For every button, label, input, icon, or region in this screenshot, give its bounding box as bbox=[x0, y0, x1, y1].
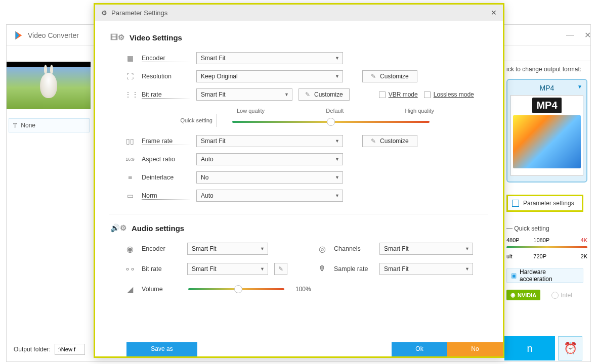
pencil-icon: ✎ bbox=[371, 138, 376, 145]
nvidia-eye-icon: ◉ bbox=[510, 292, 516, 298]
audio-settings-header: 🔊⚙ Audio settings bbox=[110, 223, 488, 233]
norm-icon: ▭ bbox=[124, 192, 136, 200]
hardware-acceleration-row[interactable]: ▣ Hardware acceleration bbox=[506, 268, 583, 283]
audio-encoder-row: ◉ Encoder Smart Fit bbox=[124, 240, 317, 258]
quick-setting-slider[interactable] bbox=[506, 246, 587, 248]
subtitle-none-row[interactable]: T None bbox=[9, 118, 90, 132]
schedule-button[interactable]: ⏰ bbox=[558, 336, 582, 360]
dialog-title: Parameter Settings bbox=[111, 9, 167, 17]
framerate-row: ▯▯ Frame rate Smart Fit ✎Customize bbox=[124, 132, 488, 150]
resolution-icon: ⛶ bbox=[124, 72, 136, 80]
app-title: Video Converter bbox=[28, 31, 79, 39]
aspect-icon: 16:9 bbox=[124, 157, 136, 162]
audio-encoder-select[interactable]: Smart Fit bbox=[187, 243, 268, 255]
aspect-select[interactable]: Auto bbox=[196, 153, 343, 165]
resolution-select[interactable]: Keep Original bbox=[196, 70, 343, 82]
samplerate-label: Sample rate bbox=[334, 265, 373, 272]
resolution-customize-button[interactable]: ✎Customize bbox=[362, 70, 417, 82]
aspect-row: 16:9 Aspect ratio Auto bbox=[124, 150, 488, 168]
nvidia-badge: ◉NVIDIA bbox=[506, 290, 540, 300]
resolution-row: ⛶ Resolution Keep Original ✎Customize bbox=[124, 67, 488, 85]
framerate-icon: ▯▯ bbox=[124, 137, 136, 145]
audio-bitrate-edit-button[interactable]: ✎ bbox=[274, 263, 287, 275]
video-settings-header: 🎞⚙ Video Settings bbox=[110, 33, 488, 42]
text-cursor-icon: T bbox=[13, 122, 17, 129]
volume-slider[interactable] bbox=[188, 288, 284, 290]
format-image bbox=[513, 115, 581, 168]
slider-thumb[interactable] bbox=[327, 118, 335, 126]
encoder-icon: ▦ bbox=[124, 54, 136, 62]
encoder-row: ▦ Encoder Smart Fit bbox=[124, 49, 488, 67]
quick-setting-label: — Quick setting bbox=[506, 225, 583, 232]
minimize-button[interactable]: — bbox=[566, 30, 574, 40]
no-button[interactable]: No bbox=[447, 342, 503, 356]
slider-thumb[interactable] bbox=[234, 285, 242, 293]
chevron-down-icon: ▼ bbox=[577, 84, 582, 89]
norm-select[interactable]: Auto bbox=[196, 190, 343, 202]
output-format-card[interactable]: MP4 ▼ MP4 bbox=[506, 79, 587, 183]
bitrate-row: ⋮⋮ Bit rate Smart Fit ✎Customize VBR mod… bbox=[124, 85, 488, 104]
intel-badge: Intel bbox=[551, 292, 572, 299]
audio-bitrate-select[interactable]: Smart Fit bbox=[187, 263, 268, 275]
quick-setting-row2: ult 720P 2K bbox=[506, 253, 587, 259]
format-title: MP4 bbox=[510, 83, 583, 95]
lossless-checkbox[interactable]: Lossless mode bbox=[424, 91, 474, 98]
speaker-gear-icon: 🔊⚙ bbox=[110, 223, 126, 233]
volume-label: Volume bbox=[142, 286, 181, 293]
dialog-footer: Save as Ok No bbox=[95, 342, 503, 356]
aspect-label: Aspect ratio bbox=[142, 156, 190, 163]
ok-button[interactable]: Ok bbox=[392, 342, 447, 356]
bitrate-customize-button[interactable]: ✎Customize bbox=[298, 88, 350, 101]
encoder-label: Encoder bbox=[142, 55, 190, 62]
quality-slider[interactable] bbox=[232, 121, 430, 123]
dialog-close-button[interactable]: ✕ bbox=[491, 9, 497, 17]
mp4-badge: MP4 bbox=[532, 98, 561, 113]
framerate-label: Frame rate bbox=[142, 138, 190, 145]
volume-icon: ◢ bbox=[124, 285, 136, 294]
encoder-select[interactable]: Smart Fit bbox=[196, 52, 343, 64]
parameter-settings-label: Parameter settings bbox=[523, 200, 574, 207]
film-gear-icon: 🎞⚙ bbox=[110, 33, 124, 42]
output-folder-label: Output folder: bbox=[14, 346, 51, 353]
channels-icon: ◎ bbox=[317, 244, 328, 254]
channels-label: Channels bbox=[334, 245, 373, 252]
parameter-settings-link[interactable]: Parameter settings bbox=[506, 195, 583, 212]
norm-row: ▭ Norm Auto bbox=[124, 187, 488, 205]
bitrate-select[interactable]: Smart Fit bbox=[196, 88, 292, 101]
bitrate-quick-setting: Low quality Default High quality Quick s… bbox=[171, 104, 488, 129]
samplerate-select[interactable]: Smart Fit bbox=[379, 263, 473, 275]
format-preview: MP4 bbox=[510, 95, 583, 176]
close-button[interactable]: ✕ bbox=[584, 30, 591, 40]
vbr-checkbox[interactable]: VBR mode bbox=[379, 91, 418, 98]
bitrate-label: Bit rate bbox=[142, 91, 190, 99]
deinterlace-label: Deinterlace bbox=[142, 174, 190, 181]
chip-icon: ▣ bbox=[511, 272, 517, 279]
none-label: None bbox=[21, 122, 35, 129]
bitrate-icon: ⋮⋮ bbox=[124, 90, 136, 99]
mic-icon: 🎙 bbox=[317, 264, 328, 274]
pencil-icon: ✎ bbox=[278, 265, 283, 272]
resolution-label: Resolution bbox=[142, 73, 190, 80]
volume-value: 100% bbox=[295, 286, 311, 293]
save-as-button[interactable]: Save as bbox=[126, 342, 197, 356]
channels-select[interactable]: Smart Fit bbox=[379, 243, 473, 255]
intel-icon bbox=[551, 292, 559, 299]
right-panel: ick to change output format: MP4 ▼ MP4 P… bbox=[499, 62, 590, 350]
run-button[interactable]: n bbox=[504, 336, 555, 360]
output-folder-input[interactable] bbox=[55, 344, 85, 355]
samplerate-row: 🎙 Sample rate Smart Fit bbox=[317, 260, 499, 278]
framerate-select[interactable]: Smart Fit bbox=[196, 135, 343, 147]
parameter-settings-dialog: ⚙ Parameter Settings ✕ 🎞⚙ Video Settings… bbox=[94, 3, 504, 358]
audio-bitrate-label: Bit rate bbox=[142, 265, 181, 272]
alarm-icon: ⏰ bbox=[564, 342, 577, 355]
audio-bitrate-row: ∘∘ Bit rate Smart Fit ✎ bbox=[124, 260, 317, 278]
framerate-customize-button[interactable]: ✎Customize bbox=[362, 135, 417, 147]
sliders-icon bbox=[512, 200, 519, 207]
video-thumbnail[interactable] bbox=[7, 62, 91, 109]
left-panel: T None bbox=[7, 62, 92, 132]
channels-row: ◎ Channels Smart Fit bbox=[317, 240, 499, 258]
app-logo-icon bbox=[13, 30, 24, 41]
window-controls: — ✕ bbox=[566, 30, 591, 40]
volume-row: ◢ Volume 100% bbox=[124, 280, 317, 298]
deinterlace-select[interactable]: No bbox=[196, 171, 343, 184]
